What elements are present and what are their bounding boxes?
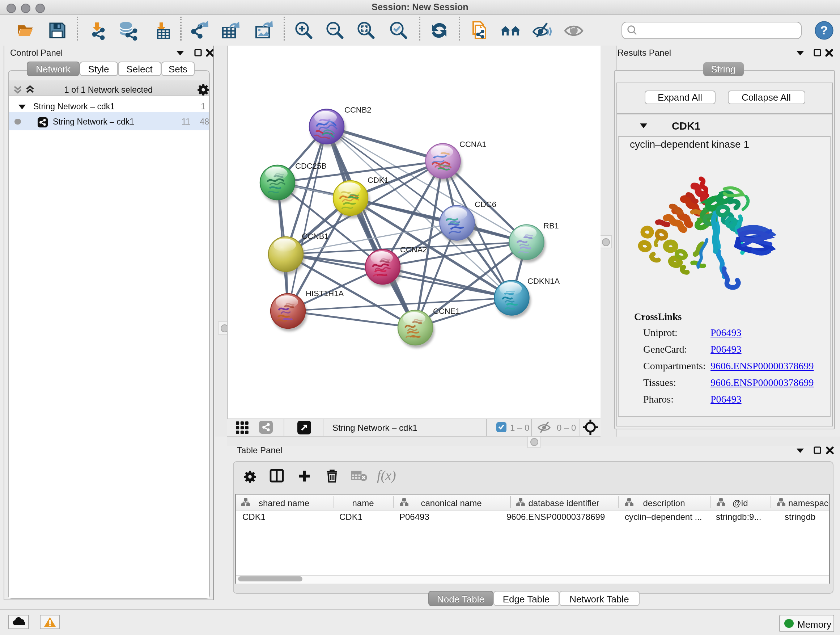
svg-text:HIST1H1A: HIST1H1A (306, 288, 344, 298)
svg-text:CCNE1: CCNE1 (433, 306, 460, 315)
svg-text:CCNA2: CCNA2 (400, 245, 427, 254)
svg-text:?: ? (821, 23, 828, 36)
svg-text:CDC6: CDC6 (475, 200, 496, 209)
svg-text:CDK1: CDK1 (368, 175, 389, 184)
svg-text:CDC25B: CDC25B (295, 161, 327, 170)
svg-text:CCNA1: CCNA1 (459, 139, 486, 149)
svg-text:CCNB1: CCNB1 (302, 231, 329, 241)
svg-text:CDKN1A: CDKN1A (527, 276, 560, 285)
svg-text:CCNB2: CCNB2 (344, 105, 371, 114)
svg-text:RB1: RB1 (543, 221, 559, 230)
